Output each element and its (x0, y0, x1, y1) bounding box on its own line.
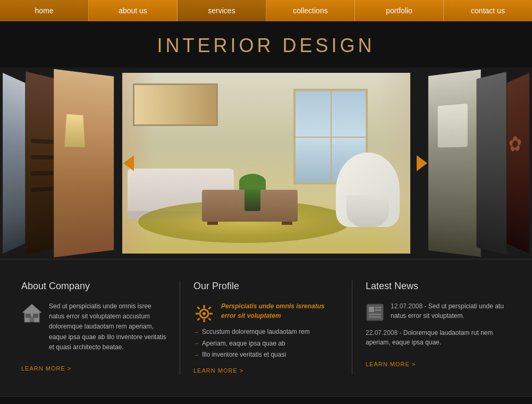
slide-panel-far-right: ✿ (507, 73, 529, 254)
list-item-3: → Illo inventore veritatis et quasi (193, 349, 339, 361)
profile-headline: Perspiciatis unde omnis isrenatus error … (193, 301, 339, 321)
slider-next-button[interactable] (414, 155, 430, 171)
profile-list: → Sccustum doloremque laudaotam rem → Ap… (193, 326, 339, 361)
news-item-1: 12.07.2008 - Sed ut perspiciati unde atu… (366, 301, 511, 321)
slider-prev-button[interactable] (121, 155, 137, 171)
news-learn-more[interactable]: LEARN MORE (366, 361, 416, 367)
nav-portfolio[interactable]: portfolio (355, 0, 444, 21)
list-item-2: → Aperiam, eaque ipsa quae ab (193, 338, 339, 350)
nav-collections[interactable]: collections (266, 0, 355, 21)
scene-art (133, 83, 218, 126)
main-navigation: home about us services collections portf… (0, 0, 532, 21)
list-arrow-3: → (193, 350, 199, 360)
about-column: About Company Sed ut perspiciatis unde o… (21, 281, 180, 375)
slide-panels: ✿ (0, 73, 532, 254)
house-icon-container (21, 303, 43, 325)
profile-column: Our Profile (180, 281, 352, 375)
svg-rect-15 (369, 307, 374, 312)
svg-rect-3 (33, 314, 38, 318)
slide-panel-left-2 (54, 69, 114, 258)
nav-home[interactable]: home (0, 0, 89, 21)
slide-panel-center (122, 73, 410, 254)
slide-panel-right-2 (476, 72, 506, 255)
nav-services[interactable]: services (178, 0, 266, 21)
svg-line-11 (209, 318, 211, 321)
svg-rect-17 (375, 309, 381, 311)
list-item-1: → Sccustum doloremque laudaotam rem (193, 326, 339, 338)
svg-line-12 (209, 307, 211, 309)
list-arrow-2: → (193, 339, 199, 348)
svg-rect-14 (367, 304, 383, 321)
news-icon-container (366, 303, 384, 324)
news-date-2: 22.07.2008 (366, 329, 398, 336)
slide-panel-right-1 (428, 70, 481, 257)
nav-contact-us[interactable]: contact us (444, 0, 532, 21)
news-column: Latest News 12.07.2008 - Sed ut perspici… (352, 281, 511, 375)
svg-rect-2 (26, 314, 31, 318)
profile-learn-more[interactable]: LEARN MORE (193, 367, 243, 374)
svg-rect-19 (369, 316, 381, 318)
svg-line-13 (198, 318, 200, 321)
about-learn-more[interactable]: LEARN MORE (21, 365, 71, 372)
nav-about-us[interactable]: about us (89, 0, 178, 21)
news-items: 12.07.2008 - Sed ut perspiciati unde atu… (366, 301, 511, 347)
svg-line-10 (198, 307, 200, 309)
svg-point-5 (202, 312, 206, 315)
news-date-1: 12.07.2008 (391, 302, 423, 310)
scene-plant (244, 184, 260, 211)
news-title: Latest News (366, 281, 511, 292)
newspaper-icon (366, 303, 384, 322)
right-arrow-icon (417, 155, 427, 171)
site-footer: Interior design © 2009 | Privacy Policy … (0, 396, 532, 404)
svg-rect-16 (375, 307, 381, 308)
site-header: INTERIOR DESIGN (0, 21, 532, 68)
slide-panel-left-1 (26, 71, 58, 255)
news-item-2: 22.07.2008 - Doloremque laudaotam rut ne… (366, 328, 511, 347)
page-title: INTERIOR DESIGN (0, 35, 532, 57)
image-slider: ✿ (0, 68, 532, 259)
flower-decoration: ✿ (509, 130, 527, 158)
content-section: About Company Sed ut perspiciatis unde o… (0, 259, 532, 396)
slide-panel-far-left (3, 73, 25, 254)
about-title: About Company (21, 281, 166, 292)
gear-icon-container (193, 303, 215, 326)
about-body: Sed ut perspiciatis unde omnis isree nat… (49, 301, 166, 352)
svg-rect-18 (369, 314, 381, 315)
list-arrow-1: → (193, 327, 199, 337)
scene-chair (336, 153, 400, 227)
gear-icon (193, 303, 215, 324)
profile-title: Our Profile (193, 281, 339, 292)
interior-scene (122, 73, 410, 254)
house-icon (21, 303, 43, 323)
left-arrow-icon (123, 155, 134, 171)
